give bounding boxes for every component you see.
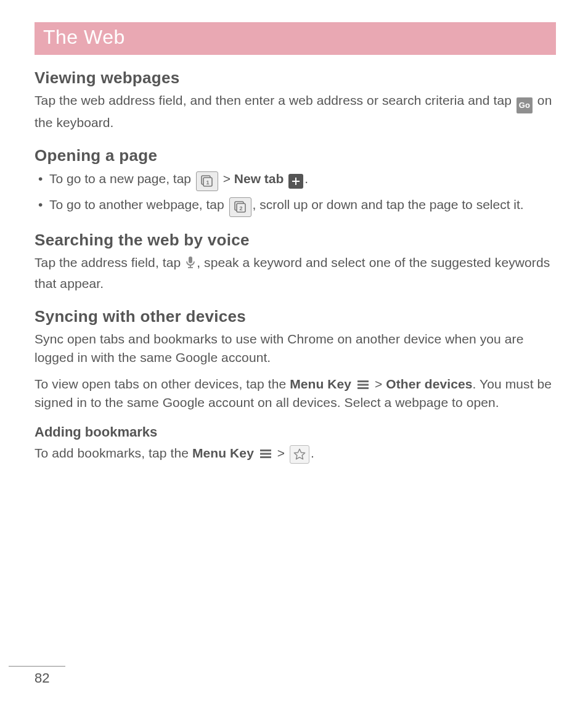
svg-rect-11: [357, 387, 369, 389]
page-title: The Web: [43, 26, 125, 48]
menu-key-icon: [259, 448, 272, 459]
go-key-icon: Go: [517, 97, 533, 113]
new-tab-label: New tab: [234, 171, 284, 186]
text: Tap the web address field, and then ente…: [35, 93, 515, 107]
page-footer: 82: [35, 666, 65, 686]
svg-rect-12: [260, 449, 271, 451]
heading-searching-voice: Searching the web by voice: [35, 231, 556, 250]
microphone-icon: [186, 256, 195, 274]
tabs-2-icon: 2: [229, 197, 251, 217]
text: To go to another webpage, tap: [49, 197, 228, 211]
list-item: To go to another webpage, tap 2 , scroll…: [35, 195, 556, 217]
text: .: [304, 171, 308, 186]
svg-rect-14: [260, 456, 271, 458]
heading-viewing-webpages: Viewing webpages: [35, 68, 556, 88]
menu-key-label: Menu Key: [290, 377, 351, 391]
svg-text:1: 1: [206, 179, 209, 185]
text: To go to a new page, tap: [49, 171, 195, 186]
other-devices-label: Other devices: [386, 377, 472, 391]
menu-key-icon: [356, 379, 370, 390]
svg-text:2: 2: [239, 205, 242, 211]
manual-page: The Web Viewing webpages Tap the web add…: [0, 0, 588, 706]
text: >: [371, 377, 386, 391]
star-icon: [290, 445, 309, 464]
para-syncing-2: To view open tabs on other devices, tap …: [35, 375, 556, 413]
svg-rect-9: [357, 380, 369, 382]
footer-rule: [9, 666, 65, 667]
menu-key-label: Menu Key: [192, 446, 254, 460]
svg-rect-13: [260, 453, 271, 455]
text: Tap the address field, tap: [35, 255, 184, 269]
text: .: [311, 446, 314, 460]
para-viewing: Tap the web address field, and then ente…: [35, 91, 556, 133]
svg-rect-6: [189, 257, 192, 263]
heading-syncing: Syncing with other devices: [35, 307, 556, 326]
text: To add bookmarks, tap the: [35, 446, 192, 460]
heading-opening-a-page: Opening a page: [35, 146, 556, 165]
para-searching: Tap the address field, tap , speak a key…: [35, 253, 556, 293]
page-title-bar: The Web: [35, 22, 556, 55]
text: , scroll up or down and tap the page to …: [253, 197, 524, 211]
text: >: [274, 446, 288, 460]
heading-adding-bookmarks: Adding bookmarks: [35, 424, 556, 440]
plus-icon: [288, 174, 303, 189]
text: To view open tabs on other devices, tap …: [35, 377, 290, 391]
page-number: 82: [35, 670, 65, 686]
opening-list: To go to a new page, tap 1 > New tab . T…: [35, 169, 556, 217]
list-item: To go to a new page, tap 1 > New tab .: [35, 169, 556, 191]
para-bookmarks: To add bookmarks, tap the Menu Key > .: [35, 444, 556, 464]
svg-rect-10: [357, 384, 369, 385]
text: >: [219, 171, 234, 186]
tabs-icon: 1: [196, 171, 218, 191]
para-syncing-1: Sync open tabs and bookmarks to use with…: [35, 330, 556, 367]
